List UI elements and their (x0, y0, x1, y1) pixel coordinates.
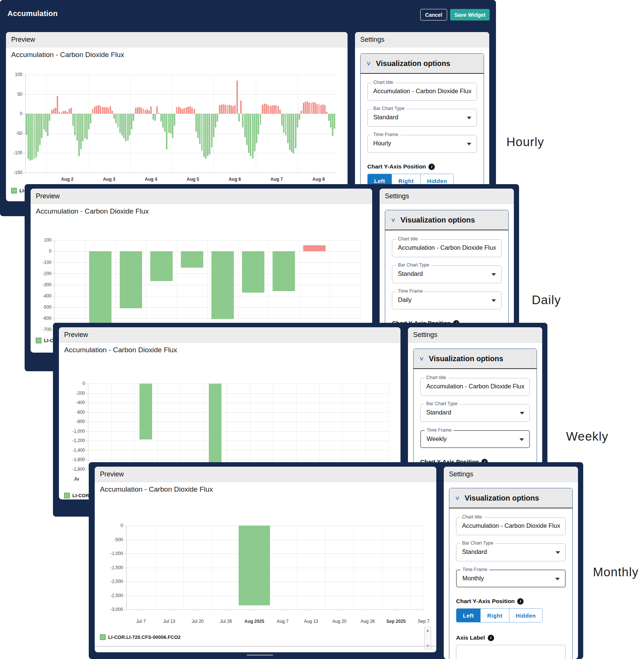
bar (123, 114, 125, 138)
bar (189, 106, 191, 114)
bar (69, 109, 70, 114)
bar-chart-type-select-label: Bar Chart Type (460, 540, 495, 546)
settings-panel-header: Settings (444, 467, 578, 482)
bar (215, 114, 216, 127)
bar (267, 105, 269, 114)
vertical-gridline (389, 384, 389, 469)
bar (86, 114, 88, 139)
y-axis-tick-label: 50 (6, 92, 22, 97)
visualization-options-header: ∨Visualization options (449, 488, 572, 508)
bar (273, 251, 295, 291)
chevron-down-icon[interactable]: ∨ (419, 355, 424, 362)
y-axis-tick-label: -2,500 (104, 593, 123, 598)
chart-title-field-label: Chart title (460, 514, 484, 520)
info-icon[interactable]: i (488, 635, 494, 641)
bar (45, 114, 47, 132)
cancel-button[interactable]: Cancel (420, 9, 447, 21)
x-tick-mark (226, 609, 226, 611)
bar-chart-type-select[interactable]: Bar Chart TypeStandard (367, 109, 477, 127)
bar (121, 114, 123, 135)
bar (110, 106, 111, 114)
bar-chart-type-select[interactable]: Bar Chart TypeStandard (456, 543, 566, 561)
settings-panel-title: Settings (385, 192, 409, 200)
chart-title-field[interactable]: Chart titleAccumulation - Carbon Dioxide… (420, 378, 530, 396)
x-tick-mark (151, 173, 151, 174)
bar (164, 114, 166, 131)
bar (88, 114, 89, 129)
chart-title-field[interactable]: Chart titleAccumulation - Carbon Dioxide… (367, 83, 477, 101)
chart-title-field[interactable]: Chart titleAccumulation - Carbon Dioxide… (392, 239, 502, 257)
dropdown-caret-icon (491, 299, 496, 302)
y-axis-right-button[interactable]: Right (481, 609, 509, 622)
info-icon[interactable]: i (517, 598, 524, 605)
bar (248, 114, 249, 153)
x-tick-mark (339, 609, 340, 611)
bar (291, 114, 292, 152)
bar (271, 105, 273, 114)
time-frame-select[interactable]: Time FrameWeekly (420, 430, 530, 448)
y-axis-tick-label: -50 (6, 131, 22, 136)
horizontal-scrollbar-thumb[interactable] (247, 655, 273, 656)
bar (172, 114, 173, 138)
horizontal-gridline (54, 240, 360, 240)
time-frame-select[interactable]: Time FrameMonthly (456, 570, 566, 587)
bar (217, 114, 218, 122)
time-frame-select-value: Monthly (462, 575, 484, 582)
axis-label-input[interactable] (456, 645, 566, 659)
save-widget-button[interactable]: Save Widget (450, 9, 490, 21)
bar (147, 109, 148, 114)
legend-item[interactable]: LI-COR.LI-720.CFS-00006.FCO2 (100, 634, 309, 640)
chart-title: Accumulation - Carbon Dioxide Flux (36, 207, 149, 215)
bar (76, 114, 78, 141)
y-axis-tick-label: -1,600 (66, 457, 85, 462)
bar (322, 104, 324, 114)
x-tick-mark (277, 173, 277, 174)
bar (51, 110, 53, 114)
bar-chart-type-select[interactable]: Bar Chart TypeStandard (420, 404, 530, 422)
bar (63, 111, 64, 114)
visualization-options-title: Visualization options (429, 354, 503, 363)
bar (131, 114, 132, 129)
x-axis-tick-label: Sep 7 (407, 619, 436, 625)
bar (320, 105, 322, 114)
horizontal-gridline (126, 596, 424, 596)
bar (239, 526, 270, 605)
composite-screenshot: AccumulationCancelSave WidgetPreviewAccu… (0, 0, 644, 659)
bar (295, 114, 296, 148)
chevron-down-icon[interactable]: ∨ (390, 217, 396, 223)
info-icon[interactable]: i (428, 164, 435, 170)
x-axis-line (25, 173, 336, 173)
bar (34, 114, 35, 159)
bar (224, 105, 226, 114)
bar (102, 107, 103, 114)
preview-panel-header: Preview (6, 32, 348, 47)
chevron-down-icon[interactable]: ∨ (366, 60, 371, 67)
time-frame-select[interactable]: Time FrameDaily (392, 291, 502, 309)
bar (129, 114, 131, 135)
bar (266, 104, 267, 114)
y-axis-tick-label: -1,500 (104, 565, 123, 570)
x-tick-mark (283, 609, 283, 611)
bar (135, 108, 136, 114)
chart-title-field[interactable]: Chart titleAccumulation - Carbon Dioxide… (456, 517, 566, 535)
bar (311, 103, 312, 114)
horizontal-gridline (126, 540, 424, 540)
time-frame-select[interactable]: Time FrameHourly (367, 135, 477, 153)
chevron-down-icon[interactable]: ∨ (455, 495, 460, 501)
bar (240, 101, 242, 114)
legend-series-label: LI-COR.LI-720.CFS-00006.FCO2 (108, 634, 180, 640)
preview-panel: PreviewAccumulation - Carbon Dioxide Flu… (6, 32, 348, 201)
y-axis-tick-label: -200 (32, 271, 51, 276)
bar (199, 114, 201, 144)
bar-chart-type-select[interactable]: Bar Chart TypeStandard (392, 265, 502, 283)
x-tick-mark (368, 609, 368, 611)
y-axis-tick-label: -1,200 (66, 438, 85, 443)
scroll-down-icon[interactable]: ∨ (426, 642, 430, 649)
scroll-up-icon[interactable]: ∧ (426, 627, 430, 634)
bar (297, 114, 298, 127)
bar (303, 245, 325, 252)
y-axis-left-button[interactable]: Left (456, 609, 481, 622)
dropdown-caret-icon (491, 273, 496, 276)
y-axis-tick-label: -200 (66, 391, 85, 396)
y-axis-hidden-button[interactable]: Hidden (509, 609, 542, 622)
